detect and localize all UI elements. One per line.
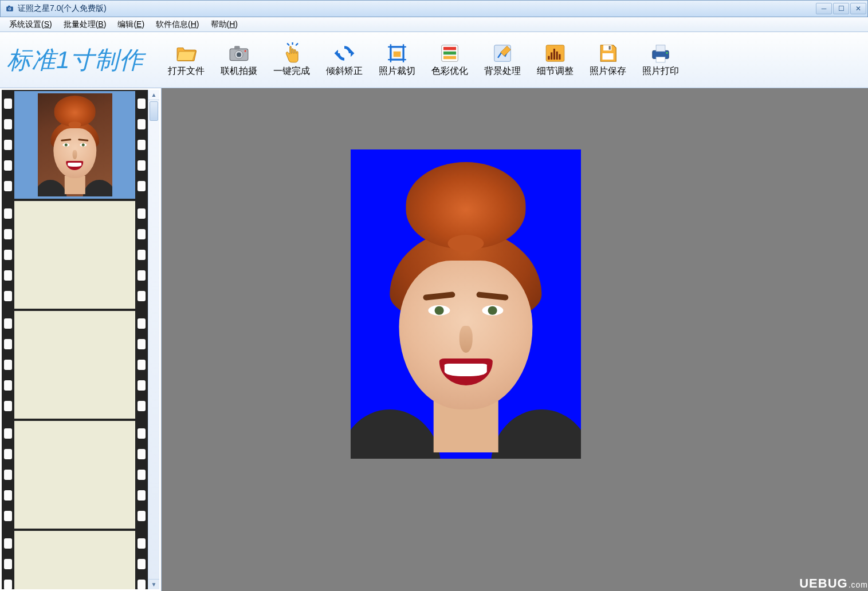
window-titlebar: 证照之星7.0(个人免费版) ─ ☐ ✕: [0, 0, 868, 17]
svg-rect-23: [609, 46, 611, 49]
filmstrip-row: [2, 90, 148, 200]
filmstrip-scrollbar[interactable]: ▲ ▼: [148, 90, 159, 589]
menu-batch-process[interactable]: 批量处理(B): [58, 18, 112, 31]
svg-rect-14: [443, 56, 456, 60]
scroll-up-button[interactable]: ▲: [148, 90, 159, 100]
photo-print-button[interactable]: 照片打印: [634, 36, 687, 85]
svg-point-8: [245, 50, 246, 52]
menu-system-settings[interactable]: 系统设置(S): [3, 18, 58, 31]
canvas-area: UEBUG.com: [162, 88, 868, 591]
filmstrip-row: [2, 420, 148, 530]
filmstrip-frame-2[interactable]: [14, 200, 135, 310]
close-button[interactable]: ✕: [850, 3, 866, 14]
filmstrip-frame-4[interactable]: [14, 420, 135, 530]
camera-icon: [227, 42, 250, 64]
tilt-correct-button[interactable]: 倾斜矫正: [318, 36, 371, 85]
main-area: ▲ ▼ UEBUG.com: [0, 88, 868, 591]
maximize-button[interactable]: ☐: [833, 3, 849, 14]
svg-point-28: [666, 52, 668, 54]
toolbar: 标准1寸制作 打开文件 联机拍摄 一键完成 倾斜矫正 照片裁切 色彩优: [0, 32, 868, 88]
svg-rect-18: [551, 52, 552, 60]
window-controls: ─ ☐ ✕: [816, 3, 867, 14]
crop-icon: [386, 42, 409, 64]
svg-rect-17: [548, 56, 550, 60]
svg-rect-3: [8, 6, 10, 7]
filmstrip-frame-1[interactable]: [14, 90, 135, 200]
menu-software-info[interactable]: 软件信息(H): [150, 18, 205, 31]
menu-help[interactable]: 帮助(H): [205, 18, 243, 31]
photo-crop-button[interactable]: 照片裁切: [371, 36, 423, 85]
background-process-button[interactable]: 背景处理: [476, 36, 529, 85]
menu-edit[interactable]: 编辑(E): [112, 18, 150, 31]
filmstrip-sidebar: ▲ ▼: [0, 88, 162, 591]
svg-rect-27: [656, 57, 665, 62]
svg-rect-21: [559, 54, 561, 60]
floppy-disk-icon: [596, 42, 619, 64]
filmstrip-frame-3[interactable]: [14, 310, 135, 420]
one-click-finish-button[interactable]: 一键完成: [265, 36, 318, 85]
svg-rect-13: [443, 52, 456, 55]
paintbrush-icon: [491, 42, 514, 64]
app-icon: [4, 4, 15, 13]
detail-adjust-button[interactable]: 细节调整: [529, 36, 582, 85]
portrait-image: [351, 149, 581, 459]
brand-label: 标准1寸制作: [7, 44, 144, 76]
photo-save-button[interactable]: 照片保存: [582, 36, 634, 85]
folder-open-icon: [175, 42, 198, 64]
svg-point-2: [9, 8, 11, 10]
color-optimize-button[interactable]: 色彩优化: [423, 36, 476, 85]
filmstrip-row: [2, 200, 148, 310]
svg-rect-20: [556, 52, 558, 60]
scroll-down-button[interactable]: ▼: [148, 579, 159, 589]
hand-click-icon: [280, 42, 303, 64]
filmstrip: [2, 90, 148, 589]
scroll-thumb[interactable]: [150, 101, 158, 121]
watermark: UEBUG.com: [796, 575, 868, 591]
svg-point-7: [237, 52, 241, 57]
filmstrip-frame-5[interactable]: [14, 530, 135, 589]
svg-rect-19: [553, 49, 555, 60]
camera-capture-button[interactable]: 联机拍摄: [213, 36, 265, 85]
rotate-arrows-icon: [333, 42, 356, 64]
window-title: 证照之星7.0(个人免费版): [18, 3, 107, 14]
svg-rect-24: [603, 53, 614, 60]
svg-rect-5: [234, 46, 240, 49]
filmstrip-row: [2, 310, 148, 420]
svg-rect-10: [394, 52, 401, 57]
minimize-button[interactable]: ─: [816, 3, 832, 14]
thumbnail-image: [38, 93, 112, 196]
histogram-icon: [544, 42, 567, 64]
color-bars-icon: [438, 42, 461, 64]
open-file-button[interactable]: 打开文件: [160, 36, 213, 85]
perforation-left: [2, 90, 14, 200]
svg-rect-26: [656, 45, 665, 52]
menubar: 系统设置(S) 批量处理(B) 编辑(E) 软件信息(H) 帮助(H): [0, 17, 868, 32]
photo-preview[interactable]: [351, 149, 581, 459]
svg-rect-12: [443, 47, 456, 50]
filmstrip-row: [2, 530, 148, 589]
printer-icon: [649, 42, 672, 64]
perforation-right: [135, 90, 148, 200]
